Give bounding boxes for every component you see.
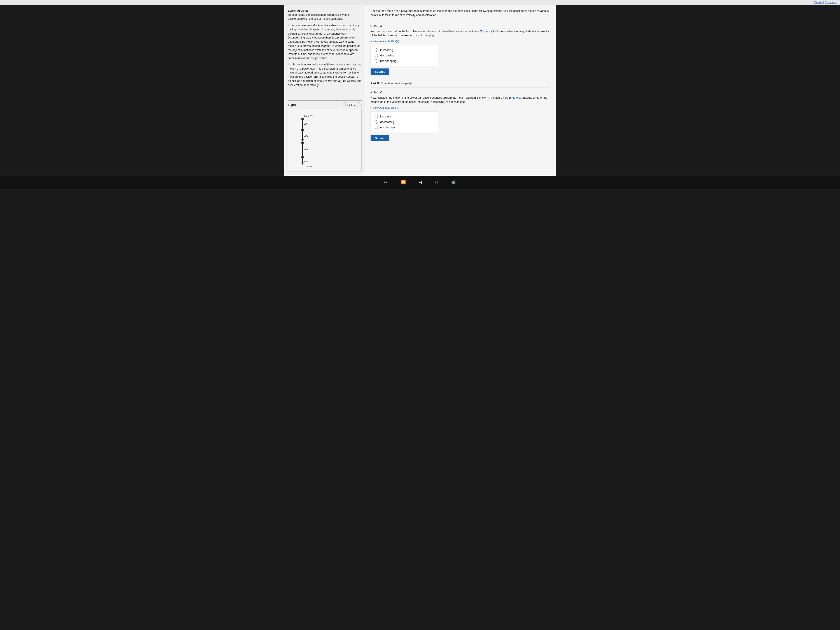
part-a-radio-increasing[interactable] xyxy=(375,48,378,52)
problem-statement: Consider the motion of a power ball that… xyxy=(371,9,550,20)
figure-prev-button[interactable]: ‹ xyxy=(343,103,347,107)
part-c-option-not-changing[interactable]: not changing xyxy=(375,126,434,129)
part-c-toggle[interactable] xyxy=(371,92,372,94)
part-a-option-not-changing-label: not changing xyxy=(380,59,396,63)
figure-page: 1 of 2 xyxy=(349,103,355,106)
part-c-options-box: increasing decreasing not changing xyxy=(371,112,438,133)
part-c-label: Part C xyxy=(374,91,382,94)
taskbar: ⏭ ⏩ ◀ ◁ 🔊 xyxy=(0,176,840,189)
part-a-options-box: increasing decreasing not changing xyxy=(371,45,438,66)
left-panel: Learning Goal: To understand the distinc… xyxy=(284,5,365,176)
motion-diagram-svg: Release Δr⃗₀ Δr⃗₁ Δr⃗₂ xyxy=(292,113,349,167)
part-b-row: Part B Complete previous part(s) xyxy=(371,79,550,88)
figure-section: Figure ‹ 1 of 2 › Release Δr⃗₀ xyxy=(288,100,362,172)
learning-goal-title: Learning Goal: xyxy=(288,9,362,12)
part-c-radio-not-changing[interactable] xyxy=(375,126,378,129)
figure-2-link[interactable]: Figure 2 xyxy=(510,96,520,99)
figure-diagram: Release Δr⃗₀ Δr⃗₁ Δr⃗₂ xyxy=(288,109,362,172)
hint-arrow-icon xyxy=(371,41,372,42)
learning-goal-text: To understand the distinction between ve… xyxy=(288,13,362,21)
part-b-label: Part B xyxy=(371,82,379,85)
part-a-hint-label: View Available Hint(s) xyxy=(373,40,399,43)
taskbar-btn-volume[interactable]: 🔊 xyxy=(451,180,456,185)
ball-3 xyxy=(301,156,304,159)
part-a-label: Part A xyxy=(374,25,382,28)
part-a-header: Part A xyxy=(371,25,550,28)
part-c-submit-button[interactable]: Submit xyxy=(371,135,389,141)
part-a-option-decreasing[interactable]: decreasing xyxy=(375,54,434,57)
part-c-option-decreasing[interactable]: decreasing xyxy=(375,120,434,123)
constants-link[interactable]: Constants xyxy=(825,1,837,4)
taskbar-btn-1[interactable]: ⏭ xyxy=(384,180,388,185)
part-c-hint-arrow-icon xyxy=(371,107,372,109)
ball-1 xyxy=(301,129,304,131)
figure-label: Figure xyxy=(288,103,343,107)
right-panel: Consider the motion of a power ball that… xyxy=(365,5,556,176)
top-bar: Review | Constants xyxy=(0,0,840,5)
part-a-option-decreasing-label: decreasing xyxy=(380,54,394,57)
main-container: Learning Goal: To understand the distinc… xyxy=(284,5,556,176)
figure-header: Figure ‹ 1 of 2 › xyxy=(288,103,362,107)
part-c-body: Now, consider the motion of the power ba… xyxy=(371,96,550,104)
part-a-section: Part A You drop a power ball on the floo… xyxy=(371,25,550,75)
figure-next-button[interactable]: › xyxy=(357,103,362,107)
part-b-description: Complete previous part(s) xyxy=(381,82,414,85)
paragraph-1: In common usage, velocity and accelerati… xyxy=(288,24,362,60)
part-c-option-not-changing-label: not changing xyxy=(380,126,396,129)
release-label: Release xyxy=(304,115,314,118)
figure-1-link[interactable]: Figure 1 xyxy=(481,30,491,33)
review-link[interactable]: Review xyxy=(814,1,823,4)
part-a-option-increasing-label: increasing xyxy=(380,48,393,52)
ball-0 xyxy=(301,118,304,120)
part-a-hint[interactable]: View Available Hint(s) xyxy=(371,40,550,43)
part-c-hint[interactable]: View Available Hint(s) xyxy=(371,106,550,109)
vector-2-label: Δr⃗₂ xyxy=(304,148,308,151)
part-a-option-increasing[interactable]: increasing xyxy=(375,48,434,52)
ground-label: Ground xyxy=(304,165,313,167)
figure-nav: ‹ 1 of 2 › xyxy=(343,103,362,107)
part-c-radio-increasing[interactable] xyxy=(375,115,378,118)
part-c-hint-label: View Available Hint(s) xyxy=(373,106,399,109)
vector-1-label: Δr⃗₁ xyxy=(304,134,308,137)
part-c-header: Part C xyxy=(371,91,550,94)
taskbar-btn-4[interactable]: ◁ xyxy=(435,180,438,185)
part-c-option-increasing-label: increasing xyxy=(380,115,393,118)
part-a-radio-decreasing[interactable] xyxy=(375,54,378,57)
part-c-option-decreasing-label: decreasing xyxy=(380,120,394,123)
taskbar-btn-3[interactable]: ◀ xyxy=(419,180,422,185)
part-a-radio-not-changing[interactable] xyxy=(375,59,378,63)
part-a-option-not-changing[interactable]: not changing xyxy=(375,59,434,63)
vector-0-label: Δr⃗₀ xyxy=(304,123,308,125)
part-a-toggle[interactable] xyxy=(371,25,372,27)
part-c-section: Part C Now, consider the motion of the p… xyxy=(371,91,550,141)
part-a-submit-button[interactable]: Submit xyxy=(371,68,389,75)
vector-3-label: Δr⃗₃ xyxy=(304,160,308,162)
part-c-radio-decreasing[interactable] xyxy=(375,120,378,123)
ball-2 xyxy=(301,142,304,144)
part-a-body: You drop a power ball on the floor. The … xyxy=(371,30,550,38)
part-c-option-increasing[interactable]: increasing xyxy=(375,115,434,118)
paragraph-2: In this problem, we make use of these co… xyxy=(288,63,362,87)
taskbar-btn-2[interactable]: ⏩ xyxy=(401,180,406,185)
